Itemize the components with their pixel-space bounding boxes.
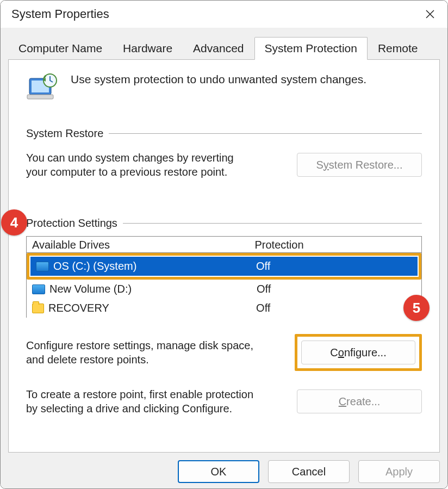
intro-text: Use system protection to undo unwanted s… — [71, 73, 366, 86]
tab-remote[interactable]: Remote — [368, 37, 428, 60]
tab-advanced[interactable]: Advanced — [183, 37, 254, 60]
ok-button[interactable]: OK — [178, 460, 259, 483]
create-button[interactable]: Create... — [297, 389, 422, 413]
client-area: Computer Name Hardware Advanced System P… — [1, 28, 447, 489]
drives-table: Available Drives Protection OS (C:) (Sys… — [26, 236, 422, 318]
tab-strip: Computer Name Hardware Advanced System P… — [8, 35, 440, 59]
group-title-restore: System Restore — [26, 127, 103, 140]
table-header: Available Drives Protection — [27, 237, 421, 253]
drive-protection: Off — [256, 260, 412, 273]
col-available-drives: Available Drives — [32, 239, 254, 251]
group-system-restore: System Restore You can undo system chang… — [26, 127, 422, 179]
configure-description: Configure restore settings, manage disk … — [26, 338, 254, 367]
svg-rect-2 — [27, 95, 53, 99]
tab-panel: Use system protection to undo unwanted s… — [8, 59, 440, 453]
window-title: System Properties — [11, 7, 109, 21]
group-protection-settings: 4 Protection Settings Available Drives P… — [26, 217, 422, 416]
drive-protection: Off — [257, 283, 416, 295]
group-title-settings: Protection Settings — [26, 217, 117, 230]
callout-4: 4 — [1, 209, 27, 236]
system-properties-dialog: System Properties Computer Name Hardware… — [0, 0, 448, 489]
drive-name: New Volume (D:) — [49, 283, 252, 295]
drive-protection: Off — [256, 302, 416, 314]
folder-icon — [32, 304, 44, 313]
dialog-footer: OK Cancel Apply — [8, 453, 440, 483]
drive-icon — [36, 262, 49, 271]
table-row[interactable]: New Volume (D:) Off — [27, 280, 421, 299]
close-button[interactable] — [419, 3, 441, 25]
divider — [123, 223, 422, 224]
apply-button[interactable]: Apply — [358, 460, 440, 483]
tab-hardware[interactable]: Hardware — [113, 37, 183, 60]
highlight-selected-drive: OS (C:) (System) Off — [27, 253, 421, 280]
titlebar: System Properties — [1, 1, 447, 28]
restore-description: You can undo system changes by reverting… — [26, 151, 254, 179]
drive-icon — [32, 284, 45, 294]
system-restore-button[interactable]: System Restore... — [297, 153, 422, 177]
col-protection: Protection — [254, 239, 416, 251]
divider — [109, 133, 422, 134]
tab-computer-name[interactable]: Computer Name — [8, 37, 113, 60]
drive-name: OS (C:) (System) — [53, 260, 252, 273]
tab-system-protection[interactable]: System Protection — [254, 37, 368, 60]
table-row[interactable]: OS (C:) (System) Off — [30, 257, 418, 276]
table-row[interactable]: RECOVERY Off — [27, 299, 421, 318]
configure-button[interactable]: Configure... — [301, 341, 415, 364]
close-icon — [425, 9, 435, 19]
callout-5: 5 — [403, 295, 430, 321]
create-description: To create a restore point, first enable … — [26, 387, 254, 416]
intro-row: Use system protection to undo unwanted s… — [26, 71, 422, 106]
cancel-button[interactable]: Cancel — [268, 460, 350, 483]
drive-name: RECOVERY — [48, 302, 252, 314]
highlight-configure: Configure... — [295, 334, 422, 371]
system-protection-icon — [26, 71, 61, 106]
